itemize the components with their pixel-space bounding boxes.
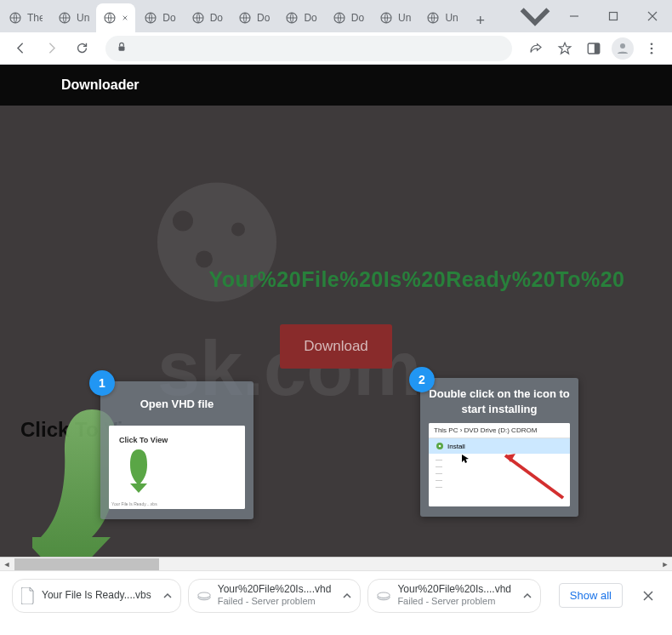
horizontal-scrollbar[interactable]: ◄ ►	[0, 557, 672, 570]
disk-icon	[197, 587, 211, 604]
tab-label: Un	[445, 12, 458, 24]
forward-button[interactable]	[37, 35, 65, 62]
tab-4[interactable]: Do	[183, 3, 230, 32]
tab-2-active[interactable]	[96, 3, 135, 32]
download-name: Your%20File%20Is....vhd	[218, 583, 332, 596]
svg-point-17	[651, 51, 653, 54]
download-status: Failed - Server problem	[218, 596, 332, 608]
address-bar[interactable]	[105, 36, 512, 61]
step-2-card: 2 Double click on the icon to start inst…	[420, 378, 578, 517]
tab-8[interactable]: Un	[371, 3, 418, 32]
tab-label: Un	[398, 12, 411, 24]
download-item-1[interactable]: Your%20File%20Is....vhdFailed - Server p…	[188, 579, 362, 613]
tab-0[interactable]: The	[0, 3, 49, 32]
scroll-right-icon[interactable]: ►	[658, 558, 672, 571]
reload-button[interactable]	[68, 35, 95, 62]
globe-icon	[379, 11, 393, 25]
svg-rect-13	[595, 43, 600, 54]
close-downloads-bar[interactable]	[636, 591, 660, 601]
minimize-button[interactable]	[555, 3, 594, 29]
maximize-button[interactable]	[594, 3, 633, 29]
tab-label: Do	[162, 12, 175, 24]
file-icon	[21, 587, 35, 604]
red-arrow-icon	[497, 449, 565, 500]
breadcrumb: This PC › DVD Drive (D:) CDROM	[429, 423, 570, 438]
step-2-badge: 2	[409, 367, 435, 392]
disc-icon	[436, 442, 444, 450]
svg-point-24	[439, 445, 441, 448]
tab-label: Un	[77, 12, 89, 24]
app-title: Downloader	[61, 77, 140, 93]
tab-1[interactable]: Un	[49, 3, 96, 32]
step-1-mockup: Click To View Your File Is Ready....vbs	[109, 426, 245, 509]
chevron-up-icon[interactable]	[163, 592, 172, 600]
menu-button[interactable]	[638, 35, 665, 62]
download-name: Your File Is Ready....vbs	[42, 589, 151, 602]
page-headline: Your%20File%20Is%20Ready%20To%20	[48, 267, 625, 292]
globe-icon	[426, 11, 440, 25]
window-controls	[515, 0, 672, 32]
tab-5[interactable]: Do	[230, 3, 276, 32]
down-arrow-icon	[124, 448, 153, 495]
globe-icon	[144, 11, 157, 25]
svg-rect-10	[610, 13, 618, 20]
tab-label: Do	[210, 12, 223, 24]
globe-icon	[285, 11, 299, 25]
step-1-title: Open VHD file	[109, 390, 245, 419]
scroll-thumb[interactable]	[14, 558, 159, 570]
svg-point-26	[198, 592, 210, 598]
close-tab-icon[interactable]	[122, 12, 128, 24]
globe-icon	[191, 11, 205, 25]
tab-label: Do	[351, 12, 364, 24]
close-window-button[interactable]	[633, 3, 672, 29]
install-label: Install	[447, 443, 465, 450]
globe-icon	[333, 11, 346, 25]
step-1-card: 1 Open VHD file Click To View Your File …	[100, 381, 253, 519]
svg-point-15	[651, 43, 653, 45]
svg-point-28	[378, 592, 390, 598]
download-name: Your%20File%20Is....vhd	[397, 583, 511, 596]
avatar-icon	[612, 37, 634, 60]
chevron-up-icon[interactable]	[523, 592, 532, 600]
tab-9[interactable]: Un	[418, 3, 464, 32]
new-tab-button[interactable]: +	[469, 9, 493, 32]
tab-strip: The Un Do Do Do Do Do Un Un +	[0, 3, 515, 32]
window-titlebar: The Un Do Do Do Do Do Un Un +	[0, 0, 672, 32]
downloads-bar: Your File Is Ready....vbs Your%20File%20…	[0, 570, 672, 620]
globe-icon	[9, 11, 22, 25]
tab-label: Do	[257, 12, 270, 24]
bookmark-button[interactable]	[551, 35, 578, 62]
globe-icon	[103, 11, 117, 25]
chevron-up-icon[interactable]	[343, 592, 351, 600]
browser-toolbar	[0, 32, 672, 65]
tab-3[interactable]: Do	[135, 3, 182, 32]
svg-point-14	[620, 43, 625, 49]
download-status: Failed - Server problem	[397, 596, 511, 608]
scroll-left-icon[interactable]: ◄	[0, 558, 14, 571]
globe-icon	[58, 11, 71, 25]
page-viewport: sk.com Downloader Your%20File%20Is%20Rea…	[0, 65, 672, 570]
side-panel-button[interactable]	[580, 35, 607, 62]
svg-point-16	[651, 47, 653, 49]
step-1-badge: 1	[89, 370, 115, 396]
step-2-mockup: This PC › DVD Drive (D:) CDROM Install	[429, 423, 570, 506]
download-button[interactable]: Download	[280, 324, 392, 369]
download-item-2[interactable]: Your%20File%20Is....vhdFailed - Server p…	[367, 579, 541, 613]
globe-icon	[238, 11, 252, 25]
page-header: Downloader	[0, 65, 672, 106]
tab-label: Do	[304, 12, 316, 24]
profile-button[interactable]	[609, 35, 636, 62]
tab-6[interactable]: Do	[276, 3, 323, 32]
step-2-title: Double click on the icon to start instal…	[429, 386, 570, 416]
tab-7[interactable]: Do	[324, 3, 371, 32]
cursor-icon	[461, 454, 471, 464]
svg-rect-11	[119, 46, 125, 50]
lock-icon	[116, 41, 128, 56]
show-all-button[interactable]: Show all	[559, 583, 623, 608]
download-item-0[interactable]: Your File Is Ready....vbs	[12, 579, 181, 613]
tab-label: The	[27, 12, 43, 24]
back-button[interactable]	[7, 35, 34, 62]
tab-search-button[interactable]	[515, 3, 555, 29]
mockup-label: Click To View	[119, 436, 168, 444]
share-button[interactable]	[522, 35, 550, 62]
